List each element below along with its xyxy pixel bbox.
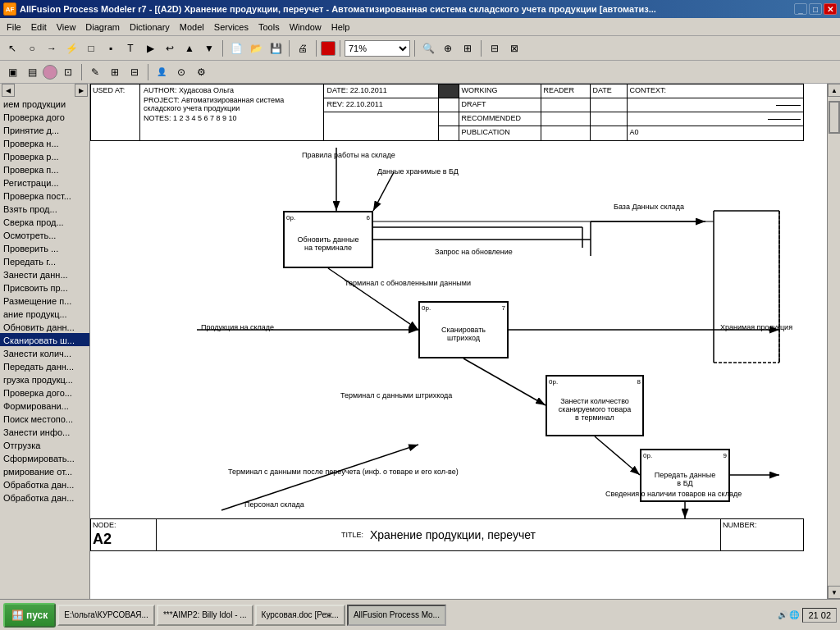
menu-tools[interactable]: Tools	[253, 21, 285, 34]
print-doc[interactable]: 🖨	[294, 39, 312, 57]
scroll-up-button[interactable]: ▲	[828, 84, 840, 97]
sidebar-item-11[interactable]: Проверить ...	[0, 241, 89, 254]
menu-dictionary[interactable]: Dictionary	[125, 21, 175, 34]
pointer-tool[interactable]: ↖	[3, 39, 21, 57]
diagram-content: USED AT: AUTHOR: Худасова Ольга PROJECT:…	[90, 84, 804, 551]
sidebar-item-30[interactable]: Обработка дан...	[0, 491, 89, 504]
sidebar-item-18[interactable]: Сканировать ш...	[0, 333, 89, 346]
taskbar-item-2[interactable]: Курсовая.doc [Реж...	[255, 605, 345, 626]
save-doc[interactable]: 💾	[267, 39, 285, 57]
sidebar-item-25[interactable]: Занести инфо...	[0, 425, 89, 438]
oval-tool[interactable]: ○	[23, 39, 41, 57]
process-box-6[interactable]: 0р. 6 Обновить данныена терминале	[283, 211, 373, 268]
menu-diagram[interactable]: Diagram	[80, 21, 125, 34]
taskbar-item-0[interactable]: E:\ольга\КУРСОВАЯ...	[57, 605, 155, 626]
tool-h[interactable]: 👤	[153, 63, 171, 81]
tool-i[interactable]: ⊙	[172, 63, 190, 81]
taskbar-item-1[interactable]: ***АIMP2: Billy Idol - ...	[157, 605, 253, 626]
separator-2	[289, 40, 290, 57]
label-personal: Персонал склада	[244, 500, 304, 509]
scroll-down-button[interactable]: ▼	[828, 586, 840, 599]
sidebar-item-28[interactable]: рмирование от...	[0, 464, 89, 477]
diagram-area[interactable]: USED AT: AUTHOR: Худасова Ольга PROJECT:…	[90, 84, 827, 599]
sidebar-item-26[interactable]: Отгрузка	[0, 438, 89, 451]
sidebar-item-12[interactable]: Передать г...	[0, 254, 89, 267]
sidebar-item-8[interactable]: Взять прод...	[0, 202, 89, 215]
up-tool[interactable]: ▲	[180, 39, 199, 57]
tool-j[interactable]: ⚙	[192, 63, 210, 81]
minimize-button[interactable]: _	[794, 3, 807, 15]
process-box-8[interactable]: 0р. 8 Занести количествосканируемого тов…	[546, 375, 644, 436]
open-doc[interactable]: 📂	[247, 39, 265, 57]
zoom-in[interactable]: 🔍	[419, 39, 437, 57]
sidebar-item-13[interactable]: Занести данн...	[0, 267, 89, 281]
label-terminal-pereuchet: Терминал с данными после переучета (инф.…	[228, 468, 459, 476]
sidebar-item-24[interactable]: Поиск местопо...	[0, 412, 89, 425]
tool-a[interactable]: ▣	[3, 63, 21, 81]
label-svedeniya: Сведения о наличии товаров на складе	[605, 490, 742, 498]
color-swatch[interactable]	[321, 41, 336, 56]
undo-tool[interactable]: ↩	[161, 39, 179, 57]
sidebar-item-16[interactable]: ание продукц...	[0, 307, 89, 320]
fill-rect-tool[interactable]: ▪	[102, 39, 120, 57]
arrow-tool[interactable]: →	[43, 39, 61, 57]
sidebar-item-3[interactable]: Проверка н...	[0, 136, 89, 149]
menu-services[interactable]: Services	[209, 21, 253, 34]
menu-help[interactable]: Help	[326, 21, 355, 34]
process-box-7[interactable]: 0р. 7 Сканироватьштрихкод	[418, 301, 509, 358]
sidebar-item-9[interactable]: Сверка прод...	[0, 215, 89, 228]
rect-tool[interactable]: □	[82, 39, 100, 57]
down-tool[interactable]: ▼	[200, 39, 218, 57]
menu-file[interactable]: File	[2, 21, 26, 34]
sidebar-item-21[interactable]: грузка продукц...	[0, 372, 89, 386]
sidebar-item-7[interactable]: Проверка пост...	[0, 189, 89, 202]
sidebar-item-22[interactable]: Проверка дого...	[0, 386, 89, 399]
view-1[interactable]: ⊟	[486, 39, 504, 57]
sidebar-item-2[interactable]: Принятие д...	[0, 123, 89, 136]
close-button[interactable]: ✕	[824, 3, 837, 15]
text-tool[interactable]: T	[121, 39, 139, 57]
start-button[interactable]: 🪟 пуск	[3, 603, 56, 628]
zoom-fit[interactable]: ⊞	[459, 39, 477, 57]
sidebar-item-14[interactable]: Присвоить пр...	[0, 281, 89, 294]
sidebar-scroll-left[interactable]: ◀	[2, 84, 15, 97]
sidebar-item-0[interactable]: ием продукции	[0, 97, 89, 110]
scroll-track[interactable]	[828, 97, 840, 586]
sidebar-item-1[interactable]: Проверка дого	[0, 110, 89, 123]
menu-edit[interactable]: Edit	[26, 21, 52, 34]
sidebar-item-6[interactable]: Регистраци...	[0, 176, 89, 189]
sidebar-item-17[interactable]: Обновить данн...	[0, 320, 89, 333]
taskbar-item-3[interactable]: AllFusion Process Mo...	[347, 605, 446, 626]
sidebar-item-5[interactable]: Проверка п...	[0, 162, 89, 176]
new-doc[interactable]: 📄	[227, 39, 245, 57]
scroll-thumb[interactable]	[829, 101, 840, 134]
tool-f[interactable]: ⊞	[106, 63, 124, 81]
lightning-tool[interactable]: ⚡	[62, 39, 80, 57]
sidebar-item-27[interactable]: Сформировать...	[0, 451, 89, 464]
sidebar-item-19[interactable]: Занести колич...	[0, 346, 89, 359]
tool-g[interactable]: ⊟	[126, 63, 144, 81]
separator-1	[222, 40, 223, 57]
sidebar-item-15[interactable]: Размещение п...	[0, 294, 89, 307]
header-date: DATE: 22.10.2011	[324, 84, 390, 98]
sidebar-item-10[interactable]: Осмотреть...	[0, 228, 89, 241]
sidebar-item-20[interactable]: Передать данн...	[0, 359, 89, 372]
header-publication: PUBLICATION	[459, 126, 541, 140]
tool-d[interactable]: ⊡	[59, 63, 77, 81]
tool-b[interactable]: ▤	[23, 63, 41, 81]
sidebar-item-4[interactable]: Проверка р...	[0, 149, 89, 162]
menu-model[interactable]: Model	[175, 21, 209, 34]
menu-view[interactable]: View	[52, 21, 81, 34]
maximize-button[interactable]: □	[809, 3, 822, 15]
tool-c[interactable]	[43, 65, 57, 80]
menu-window[interactable]: Window	[285, 21, 326, 34]
sidebar-scroll-right[interactable]: ▶	[75, 84, 88, 97]
diagram-footer: NODE: A2 TITLE: Хранение продукции, пере…	[90, 518, 804, 551]
sidebar-item-23[interactable]: Формировани...	[0, 399, 89, 412]
zoom-select[interactable]: 71% 50% 75% 100%	[345, 40, 410, 57]
zoom-region[interactable]: ⊕	[439, 39, 457, 57]
view-2[interactable]: ⊠	[505, 39, 523, 57]
sidebar-item-29[interactable]: Обработка дан...	[0, 477, 89, 491]
tool-e[interactable]: ✎	[86, 63, 104, 81]
play-tool[interactable]: ▶	[141, 39, 159, 57]
